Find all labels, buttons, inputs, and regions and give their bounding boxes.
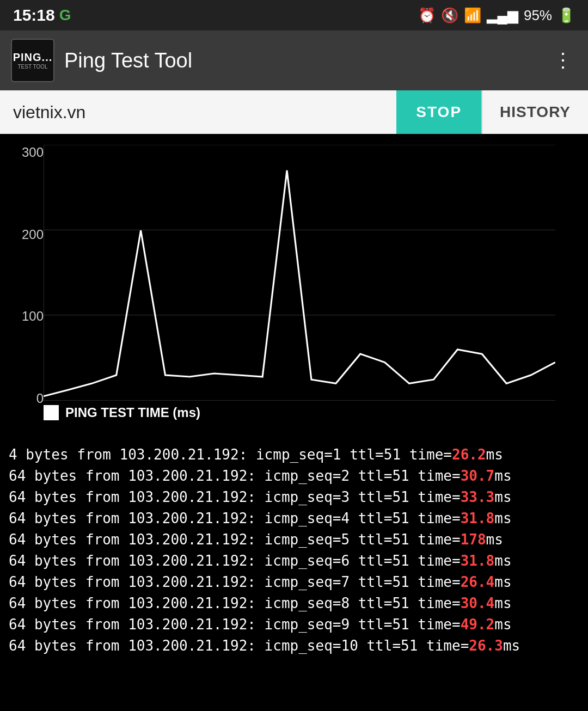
network-type: G [59,7,71,24]
chart-container: 300 200 100 0 PING TEST TIME (ms) [0,134,588,439]
log-line: 64 bytes from 103.200.21.192: icmp_seq=4… [9,508,579,529]
log-base-text: 64 bytes from 103.200.21.192: icmp_seq=6… [9,550,461,572]
toolbar: vietnix.vn STOP HISTORY [0,90,588,134]
host-display: vietnix.vn [0,90,396,134]
log-line: 64 bytes from 103.200.21.192: icmp_seq=9… [9,614,579,635]
log-time-value: 33.3 [461,487,495,508]
log-line: 64 bytes from 103.200.21.192: icmp_seq=2… [9,465,579,487]
y-label-0: 0 [5,391,44,406]
log-time-value: 26.3 [469,635,503,657]
wifi-icon: 📶 [464,7,481,24]
log-time-value: 26.2 [452,444,486,465]
log-suffix: ms [494,593,511,614]
log-time-value: 26.4 [461,572,495,593]
log-base-text: 64 bytes from 103.200.21.192: icmp_seq=4… [9,508,461,529]
log-base-text: 64 bytes from 103.200.21.192: icmp_seq=8… [9,593,461,614]
log-line: 64 bytes from 103.200.21.192: icmp_seq=6… [9,550,579,572]
app-header-left: PING... TEST TOOL Ping Test Tool [11,39,192,82]
y-label-300: 300 [5,145,44,160]
log-suffix: ms [494,508,511,529]
app-icon-ping-text: PING... [13,51,53,64]
log-base-text: 4 bytes from 103.200.21.192: icmp_seq=1 … [9,444,452,465]
battery-icon: 🔋 [558,7,575,24]
log-time-value: 30.7 [461,465,495,487]
log-line: 64 bytes from 103.200.21.192: icmp_seq=3… [9,487,579,508]
ping-chart [44,145,555,401]
battery-percent: 95% [524,7,552,24]
log-base-text: 64 bytes from 103.200.21.192: icmp_seq=2… [9,465,461,487]
log-time-value: 178 [461,529,486,550]
history-button[interactable]: HISTORY [482,90,588,134]
more-options-icon[interactable]: ⋮ [549,45,577,76]
log-line: 4 bytes from 103.200.21.192: icmp_seq=1 … [9,444,579,465]
log-line: 64 bytes from 103.200.21.192: icmp_seq=1… [9,635,579,657]
chart-legend: PING TEST TIME (ms) [44,401,555,420]
log-time-value: 31.8 [461,550,495,572]
status-right: ⏰ 🔇 📶 ▂▄▆ 95% 🔋 [418,7,575,24]
app-icon: PING... TEST TOOL [11,39,54,82]
status-bar: 15:18 G ⏰ 🔇 📶 ▂▄▆ 95% 🔋 [0,0,588,30]
log-suffix: ms [503,635,520,657]
log-time-value: 30.4 [461,593,495,614]
log-base-text: 64 bytes from 103.200.21.192: icmp_seq=7… [9,572,461,593]
log-line: 64 bytes from 103.200.21.192: icmp_seq=5… [9,529,579,550]
chart-svg-wrapper [44,145,555,401]
mute-icon: 🔇 [441,7,458,24]
log-base-text: 64 bytes from 103.200.21.192: icmp_seq=9… [9,614,461,635]
stop-button[interactable]: STOP [396,90,481,134]
log-time-value: 49.2 [461,614,495,635]
log-suffix: ms [494,487,511,508]
log-area: 4 bytes from 103.200.21.192: icmp_seq=1 … [0,439,588,662]
app-header: PING... TEST TOOL Ping Test Tool ⋮ [0,30,588,90]
log-suffix: ms [494,614,511,635]
log-suffix: ms [486,444,503,465]
y-label-100: 100 [5,309,44,324]
app-title: Ping Test Tool [64,49,192,72]
log-line: 64 bytes from 103.200.21.192: icmp_seq=7… [9,572,579,593]
y-label-200: 200 [5,227,44,242]
chart-y-labels: 300 200 100 0 [5,145,44,406]
log-line: 64 bytes from 103.200.21.192: icmp_seq=8… [9,593,579,614]
log-time-value: 31.8 [461,508,495,529]
alarm-icon: ⏰ [418,7,436,24]
log-base-text: 64 bytes from 103.200.21.192: icmp_seq=5… [9,529,461,550]
status-left: 15:18 G [13,6,71,24]
log-base-text: 64 bytes from 103.200.21.192: icmp_seq=1… [9,635,469,657]
signal-icon: ▂▄▆ [487,7,518,24]
app-icon-sub-text: TEST TOOL [17,64,47,70]
legend-label: PING TEST TIME (ms) [65,405,200,420]
legend-color-box [44,405,59,420]
log-suffix: ms [494,550,511,572]
log-base-text: 64 bytes from 103.200.21.192: icmp_seq=3… [9,487,461,508]
status-time: 15:18 [13,6,55,24]
log-suffix: ms [494,465,511,487]
log-suffix: ms [486,529,503,550]
log-suffix: ms [494,572,511,593]
